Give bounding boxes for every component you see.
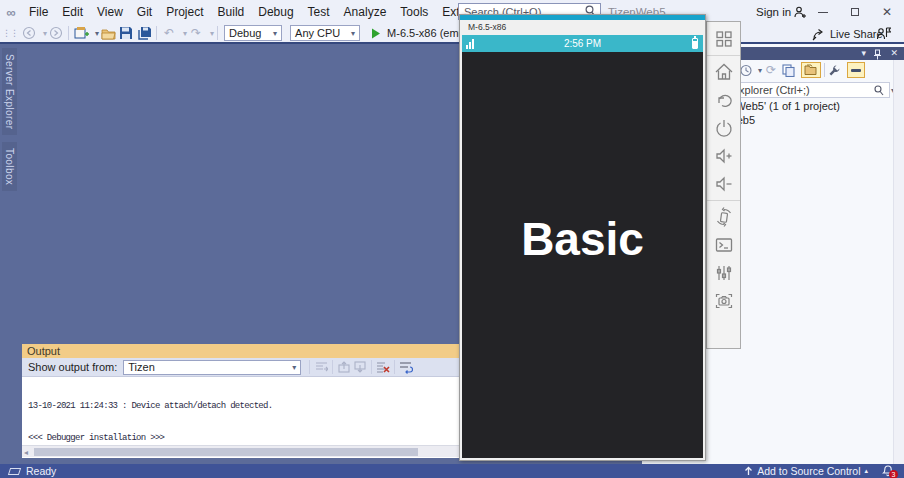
emulator-window: M-6.5-x86 2:56 PM Basic: [459, 14, 706, 461]
live-share-button[interactable]: Live Share: [812, 24, 883, 44]
live-share-label: Live Share: [830, 28, 883, 40]
undo-icon[interactable]: ↶: [161, 25, 177, 41]
shell-icon[interactable]: [709, 231, 738, 259]
menu-edit[interactable]: Edit: [55, 0, 90, 24]
menu-git[interactable]: Git: [130, 0, 159, 24]
sidebar-tab-toolbox[interactable]: Toolbox: [2, 142, 17, 191]
previous-message-icon: [336, 359, 352, 375]
output-toolbar: Show output from: Tizen▾: [22, 358, 462, 377]
navigate-back-icon[interactable]: [21, 25, 37, 41]
volume-up-icon[interactable]: [709, 142, 738, 170]
minimize-button[interactable]: [808, 0, 838, 24]
window-position-menu-icon[interactable]: ▾: [861, 47, 866, 60]
emulator-window-title[interactable]: M-6.5-x86: [460, 20, 705, 35]
notifications-bell-icon[interactable]: 3: [882, 465, 894, 477]
menu-project[interactable]: Project: [159, 0, 210, 24]
source-control-dropdown-icon[interactable]: ▴: [864, 467, 868, 475]
output-panel-title[interactable]: Output: [22, 344, 462, 358]
control-sliders-icon[interactable]: [709, 259, 738, 287]
phone-status-bar: 2:56 PM: [462, 35, 703, 52]
preview-selected-items-button[interactable]: [847, 62, 865, 78]
platform-dropdown[interactable]: Any CPU▾: [290, 25, 360, 41]
back-icon[interactable]: [709, 86, 738, 114]
menu-test[interactable]: Test: [301, 0, 337, 24]
screenshot-icon[interactable]: [709, 287, 738, 315]
pin-icon[interactable]: [873, 47, 882, 60]
battery-icon: [692, 38, 698, 49]
menu-debug[interactable]: Debug: [251, 0, 300, 24]
power-icon[interactable]: [709, 114, 738, 142]
output-log[interactable]: 13-10-2021 11:24:33 : Device attach/deta…: [22, 377, 462, 445]
menu-view[interactable]: View: [90, 0, 130, 24]
open-folder-icon[interactable]: [100, 25, 116, 41]
configuration-value: Debug: [229, 27, 261, 39]
configuration-dropdown[interactable]: Debug▾: [224, 25, 282, 41]
rotate-icon[interactable]: [709, 203, 738, 231]
send-feedback-icon[interactable]: [876, 26, 891, 41]
add-to-source-control-button[interactable]: Add to Source Control: [757, 465, 860, 477]
volume-down-icon[interactable]: [709, 170, 738, 198]
start-debug-icon[interactable]: [368, 25, 384, 41]
home-icon[interactable]: [709, 58, 738, 86]
sign-in-button[interactable]: Sign in: [756, 0, 791, 24]
solution-search-icon[interactable]: [874, 85, 884, 96]
sidebar-tab-server-explorer[interactable]: Server Explorer: [2, 48, 17, 135]
phone-clock: 2:56 PM: [462, 35, 703, 52]
navigate-forward-icon[interactable]: [48, 25, 64, 41]
next-message-icon: [352, 359, 368, 375]
title-bar: ∞ File Edit View Git Project Build Debug…: [0, 0, 904, 24]
signal-strength-icon: [466, 39, 474, 49]
scroll-left-arrow-icon[interactable]: ◂: [24, 448, 28, 457]
solution-explorer-scrollbar[interactable]: [893, 60, 904, 464]
toggle-word-wrap-icon[interactable]: [398, 359, 414, 375]
menu-build[interactable]: Build: [211, 0, 252, 24]
close-button[interactable]: ✕: [872, 0, 902, 24]
save-all-icon[interactable]: [136, 25, 152, 41]
toolbar-grip[interactable]: ⋮⋮: [2, 28, 18, 38]
standard-toolbar: ⋮⋮ ▾ ▾ ↶ ▾ ↷ ▾ Debug▾ Any CPU▾: [0, 24, 904, 44]
redo-icon[interactable]: ↷: [188, 25, 204, 41]
output-source-dropdown[interactable]: Tizen▾: [123, 360, 301, 375]
menu-file[interactable]: File: [22, 0, 55, 24]
sync-with-active-document-icon[interactable]: [782, 64, 795, 77]
new-project-dropdown[interactable]: ▾: [95, 29, 99, 38]
history-icon[interactable]: ▾: [740, 64, 762, 77]
find-message-icon: [313, 359, 329, 375]
new-project-icon[interactable]: [73, 25, 89, 41]
navigate-back-dropdown[interactable]: ▾: [43, 29, 47, 38]
push-up-arrow-icon: [744, 466, 753, 476]
undo-dropdown[interactable]: ▾: [183, 29, 187, 38]
notification-count-badge: 3: [889, 470, 898, 478]
menu-analyze[interactable]: Analyze: [337, 0, 394, 24]
background-tasks-icon[interactable]: [8, 468, 21, 475]
restore-button[interactable]: [840, 0, 870, 24]
clear-all-icon[interactable]: [375, 359, 391, 375]
refresh-icon: ⟳: [766, 63, 776, 77]
output-log-line: <<< Debugger installation >>>: [28, 433, 462, 444]
save-icon[interactable]: [118, 25, 134, 41]
visual-studio-logo-icon: ∞: [0, 5, 22, 20]
platform-value: Any CPU: [295, 27, 340, 39]
status-ready-label: Ready: [26, 465, 56, 477]
output-horizontal-scrollbar[interactable]: ◂: [22, 445, 462, 457]
output-log-line: 13-10-2021 11:24:33 : Device attach/deta…: [28, 401, 462, 412]
redo-dropdown[interactable]: ▾: [210, 29, 214, 38]
menu-tools[interactable]: Tools: [393, 0, 435, 24]
phone-screen[interactable]: Basic: [462, 52, 703, 458]
app-grid-icon[interactable]: [709, 25, 738, 53]
output-source-value: Tizen: [128, 361, 155, 373]
sign-in-person-icon[interactable]: [793, 5, 807, 19]
emulator-frame: 2:56 PM Basic: [462, 35, 703, 458]
visual-studio-window: ∞ File Edit View Git Project Build Debug…: [0, 0, 904, 478]
output-panel: Output Show output from: Tizen▾: [22, 344, 462, 458]
show-all-files-button[interactable]: [801, 62, 821, 78]
status-bar: Ready Add to Source Control ▴ 3: [0, 464, 904, 478]
app-title-text: Basic: [462, 212, 703, 266]
scrollbar-thumb[interactable]: [34, 448, 418, 456]
close-panel-icon[interactable]: ✕: [890, 47, 898, 60]
show-output-from-label: Show output from:: [28, 361, 117, 373]
properties-wrench-icon[interactable]: [828, 64, 841, 77]
emulator-control-panel: [706, 21, 741, 349]
